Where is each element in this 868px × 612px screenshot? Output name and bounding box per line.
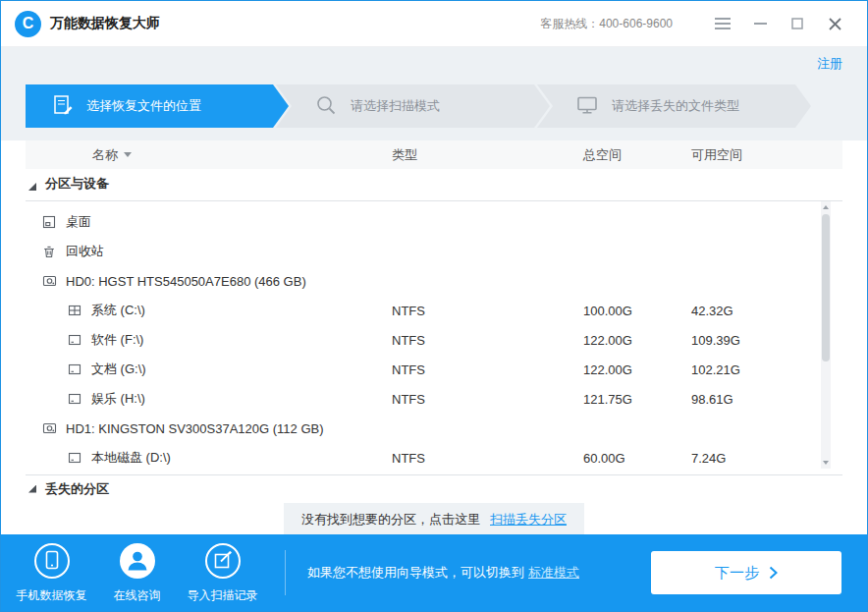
- close-icon[interactable]: [820, 10, 849, 37]
- online-consult-button[interactable]: 在线咨询: [94, 542, 180, 604]
- system-drive-icon: [67, 304, 82, 317]
- recycle-bin-icon: [41, 245, 57, 258]
- mode-hint: 如果您不想使用向导模式，可以切换到标准模式: [307, 564, 579, 582]
- drive-icon: [67, 362, 82, 376]
- file-edit-icon: [53, 94, 73, 119]
- step-label: 请选择丢失的文件类型: [612, 97, 739, 115]
- drive-icon: [67, 451, 82, 465]
- step-file-type[interactable]: 请选择丢失的文件类型: [537, 84, 811, 128]
- person-icon: [119, 542, 156, 583]
- device-free: 42.32G: [691, 304, 842, 318]
- maximize-icon[interactable]: [783, 10, 812, 37]
- footer-divider: [285, 550, 286, 595]
- standard-mode-link[interactable]: 标准模式: [528, 565, 579, 580]
- content-area: 名称 类型 总空间 可用空间 分区与设备 桌面 回收站: [1, 140, 867, 534]
- scan-lost-partitions-link[interactable]: 扫描丢失分区: [490, 511, 567, 529]
- device-row[interactable]: 回收站: [26, 237, 842, 266]
- device-name: HD0: HGST HTS545050A7E680 (466 GB): [66, 274, 306, 289]
- device-row[interactable]: 本地磁盘 (D:\) NTFS 60.00G 7.24G: [26, 443, 842, 473]
- step-select-location[interactable]: 选择恢复文件的位置: [26, 84, 289, 128]
- device-row[interactable]: 娱乐 (H:\) NTFS 121.75G 98.61G: [26, 384, 842, 414]
- app-title: 万能数据恢复大师: [50, 15, 160, 32]
- section-lost-partitions[interactable]: 丢失的分区: [26, 474, 842, 496]
- chevron-right-icon: [769, 566, 778, 580]
- device-type: NTFS: [392, 451, 583, 466]
- register-link[interactable]: 注册: [817, 55, 842, 73]
- minimize-icon[interactable]: [745, 10, 775, 37]
- harddisk-icon: [41, 421, 57, 435]
- next-button[interactable]: 下一步: [651, 551, 841, 594]
- column-header-type: 类型: [392, 146, 583, 164]
- device-row[interactable]: 文档 (G:\) NTFS 122.00G 102.21G: [26, 355, 842, 384]
- step-scan-mode[interactable]: 请选择扫描模式: [276, 84, 550, 128]
- step-label: 选择恢复文件的位置: [86, 97, 201, 115]
- column-header-total: 总空间: [583, 146, 691, 164]
- device-total: 122.00G: [583, 333, 691, 348]
- desktop-icon: [41, 215, 57, 229]
- device-row[interactable]: 软件 (F:\) NTFS 122.00G 109.39G: [26, 325, 842, 355]
- device-list-wrap: 桌面 回收站 HD0: HGST HTS545050A7E680 (466 GB…: [26, 201, 842, 474]
- device-row[interactable]: HD1: KINGSTON SV300S37A120G (112 GB): [26, 414, 842, 443]
- phone-icon: [33, 542, 71, 583]
- device-type: NTFS: [392, 333, 583, 348]
- app-logo-icon: C: [15, 11, 41, 37]
- device-name: 桌面: [66, 213, 91, 231]
- drive-icon: [67, 333, 82, 347]
- scrollbar[interactable]: [821, 201, 831, 469]
- import-scan-record-button[interactable]: 导入扫描记录: [180, 542, 265, 604]
- phone-recovery-button[interactable]: 手机数据恢复: [9, 542, 94, 604]
- monitor-icon: [576, 95, 598, 118]
- device-free: 109.39G: [691, 333, 842, 348]
- column-header-free: 可用空间: [691, 146, 842, 164]
- collapse-triangle-icon: [28, 183, 36, 191]
- footer-bar: 手机数据恢复 在线咨询 导入扫描记录 如果您不想使用向导模式，可以切换到标准模式…: [1, 534, 867, 611]
- device-type: NTFS: [392, 304, 583, 318]
- column-header-name[interactable]: 名称: [26, 146, 392, 164]
- table-header: 名称 类型 总空间 可用空间: [26, 140, 842, 169]
- import-record-icon: [204, 542, 242, 583]
- device-list: 桌面 回收站 HD0: HGST HTS545050A7E680 (466 GB…: [26, 201, 842, 473]
- device-row[interactable]: 系统 (C:\) NTFS 100.00G 42.32G: [26, 296, 842, 325]
- step-label: 请选择扫描模式: [351, 97, 440, 115]
- wizard-steps: 选择恢复文件的位置 请选择扫描模式 请选择丢失的文件类型: [26, 84, 867, 128]
- collapse-triangle-icon: [28, 485, 36, 493]
- drive-icon: [67, 392, 82, 406]
- device-free: 98.61G: [691, 392, 842, 407]
- device-total: 122.00G: [583, 362, 691, 377]
- harddisk-icon: [41, 274, 57, 288]
- lost-partition-notice: 没有找到想要的分区，点击这里 扫描丢失分区: [284, 503, 584, 534]
- device-free: 7.24G: [691, 451, 842, 466]
- scroll-up-icon[interactable]: [821, 201, 831, 213]
- scroll-down-icon[interactable]: [821, 457, 831, 469]
- device-type: NTFS: [392, 392, 583, 407]
- app-window: C 万能数据恢复大师 客服热线：400-606-9600 注册 选择恢复文件的位…: [0, 0, 868, 612]
- device-name: 系统 (C:\): [91, 302, 145, 319]
- device-free: 102.21G: [691, 362, 842, 377]
- device-name: 娱乐 (H:\): [91, 390, 145, 408]
- sort-caret-icon: [124, 152, 132, 157]
- device-name: 软件 (F:\): [91, 331, 143, 349]
- device-name: 文档 (G:\): [91, 361, 146, 378]
- device-name: 回收站: [66, 243, 104, 260]
- device-row[interactable]: 桌面: [26, 207, 842, 237]
- device-name: HD1: KINGSTON SV300S37A120G (112 GB): [66, 421, 324, 436]
- device-type: NTFS: [392, 362, 583, 377]
- device-name: 本地磁盘 (D:\): [91, 449, 171, 467]
- menu-icon[interactable]: [708, 10, 737, 37]
- top-band: 注册 选择恢复文件的位置 请选择扫描模式 请选择丢失的文件类型: [1, 47, 867, 140]
- device-row[interactable]: HD0: HGST HTS545050A7E680 (466 GB): [26, 266, 842, 296]
- device-total: 121.75G: [583, 392, 691, 407]
- device-total: 60.00G: [583, 451, 691, 466]
- titlebar: C 万能数据恢复大师 客服热线：400-606-9600: [1, 1, 867, 47]
- search-icon: [315, 94, 337, 119]
- hotline-text: 客服热线：400-606-9600: [540, 16, 673, 32]
- scrollbar-thumb[interactable]: [822, 214, 830, 362]
- device-total: 100.00G: [583, 304, 691, 318]
- section-partitions-devices[interactable]: 分区与设备: [26, 169, 842, 201]
